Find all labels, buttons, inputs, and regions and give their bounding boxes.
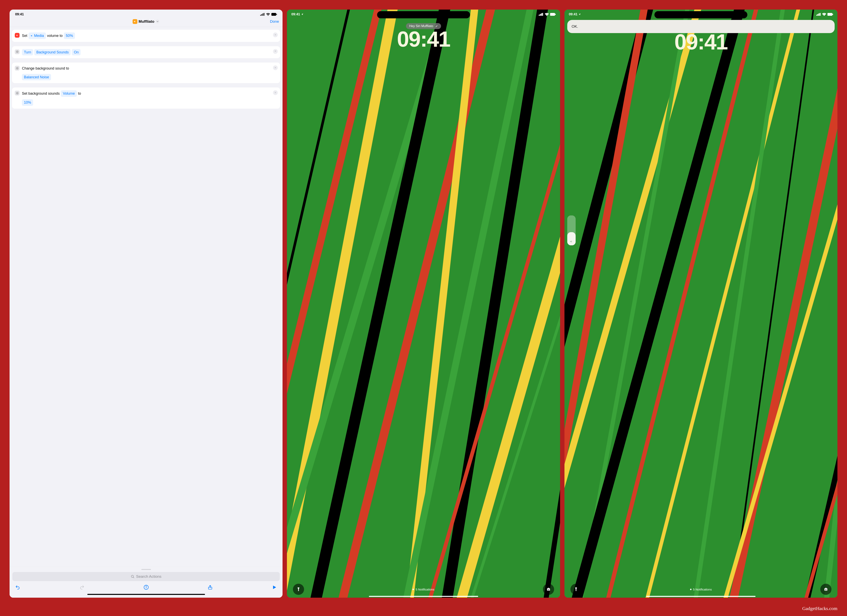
svg-rect-18 xyxy=(539,15,539,16)
wallpaper xyxy=(287,10,560,598)
svg-point-11 xyxy=(17,93,17,93)
delete-action-button[interactable]: × xyxy=(273,65,278,70)
lockscreen-siri: 09:41 Hey Siri Muffliato 09:41 5 Notific… xyxy=(287,10,560,598)
svg-rect-27 xyxy=(819,13,819,16)
share-button[interactable] xyxy=(208,585,213,591)
svg-point-12 xyxy=(131,575,133,577)
svg-rect-2 xyxy=(263,13,263,16)
action-card[interactable]: Change background sound toBalanced Noise… xyxy=(12,63,280,83)
search-icon xyxy=(131,575,134,579)
battery-icon xyxy=(828,13,833,16)
status-time: 09:41 xyxy=(15,12,24,16)
shortcuts-screen: 09:41 Muffliato Done SetMedia xyxy=(10,10,283,598)
svg-rect-30 xyxy=(832,14,833,15)
flashlight-button[interactable] xyxy=(570,584,581,595)
volume-hud[interactable] xyxy=(567,215,575,245)
svg-point-16 xyxy=(146,586,146,587)
camera-button[interactable] xyxy=(820,584,831,595)
home-indicator[interactable] xyxy=(87,594,205,595)
redo-button xyxy=(79,585,84,591)
param-pill[interactable]: Volume xyxy=(61,90,77,97)
svg-point-24 xyxy=(548,589,549,590)
siri-response-card[interactable]: OK. xyxy=(567,20,835,33)
param-pill[interactable]: Background Sounds xyxy=(34,49,71,56)
action-card[interactable]: SetMediavolume to50%× xyxy=(12,30,280,42)
undo-button[interactable] xyxy=(15,585,20,591)
delete-action-button[interactable]: × xyxy=(273,32,278,37)
status-icons xyxy=(260,13,277,16)
location-icon xyxy=(578,13,581,16)
speaker-icon xyxy=(570,240,573,243)
settings-icon xyxy=(15,49,19,54)
svg-rect-4 xyxy=(272,13,276,16)
param-pill[interactable]: 10% xyxy=(22,99,33,106)
battery-icon xyxy=(272,13,277,16)
svg-rect-29 xyxy=(828,13,832,16)
nav-toolbar: Muffliato Done xyxy=(10,17,283,27)
svg-rect-19 xyxy=(540,14,540,16)
action-text: TurnBackground SoundsOn xyxy=(22,49,81,56)
settings-icon xyxy=(15,91,19,96)
notification-count[interactable]: 5 Notifications xyxy=(690,588,712,591)
param-pill[interactable]: On xyxy=(72,49,81,56)
home-indicator[interactable] xyxy=(646,596,756,597)
action-card[interactable]: Set background soundsVolumeto10%× xyxy=(12,87,280,108)
delete-action-button[interactable]: × xyxy=(273,49,278,54)
svg-rect-5 xyxy=(276,14,277,15)
wallpaper xyxy=(564,10,837,598)
done-button[interactable]: Done xyxy=(270,19,279,24)
cellular-icon xyxy=(539,13,543,16)
search-actions-input[interactable]: Search Actions xyxy=(12,572,280,581)
delete-action-button[interactable]: × xyxy=(273,90,278,95)
action-text: Set background soundsVolumeto10% xyxy=(22,90,94,106)
volume-fill xyxy=(567,232,575,245)
notification-count[interactable]: 5 Notifications xyxy=(413,588,434,591)
action-text: SetMediavolume to50% xyxy=(22,32,75,39)
volume-icon xyxy=(15,33,19,38)
actions-list[interactable]: SetMediavolume to50%×TurnBackground Soun… xyxy=(10,27,283,567)
watermark: GadgetHacks.com xyxy=(802,606,837,611)
svg-rect-23 xyxy=(555,14,556,15)
svg-point-9 xyxy=(17,68,17,69)
param-pill[interactable]: Balanced Noise xyxy=(22,74,51,81)
shortcut-title[interactable]: Muffliato xyxy=(29,19,263,24)
svg-rect-25 xyxy=(816,15,817,16)
svg-rect-3 xyxy=(264,13,264,16)
flashlight-button[interactable] xyxy=(293,584,304,595)
lock-clock: 09:41 xyxy=(287,26,560,52)
dynamic-island[interactable] xyxy=(655,11,748,18)
editor-toolbar xyxy=(12,581,280,592)
wifi-icon xyxy=(822,13,826,16)
settings-icon xyxy=(15,66,19,71)
svg-rect-21 xyxy=(542,13,543,16)
wifi-icon xyxy=(545,13,549,16)
home-indicator[interactable] xyxy=(369,596,478,597)
action-card[interactable]: TurnBackground SoundsOn× xyxy=(12,46,280,58)
wifi-icon xyxy=(266,13,270,16)
chevron-down-icon[interactable] xyxy=(155,19,159,24)
param-pill[interactable]: Turn xyxy=(22,49,33,56)
status-bar: 09:41 xyxy=(10,10,283,17)
bottom-sheet[interactable]: Search Actions xyxy=(10,567,283,598)
svg-rect-22 xyxy=(550,13,555,16)
svg-line-13 xyxy=(133,577,134,578)
shortcut-icon xyxy=(133,19,137,24)
camera-button[interactable] xyxy=(543,584,554,595)
svg-rect-28 xyxy=(820,13,820,16)
svg-rect-20 xyxy=(541,13,542,16)
svg-point-7 xyxy=(17,52,17,52)
svg-point-31 xyxy=(825,589,826,590)
param-pill[interactable]: 50% xyxy=(64,32,75,39)
run-button[interactable] xyxy=(272,585,277,591)
lockscreen-response: 09:41 OK. 09:41 5 Notifications xyxy=(564,10,837,598)
cellular-icon xyxy=(260,13,265,16)
svg-rect-26 xyxy=(817,14,818,16)
info-button[interactable] xyxy=(143,585,149,591)
action-text: Change background sound toBalanced Noise xyxy=(22,65,100,80)
svg-rect-0 xyxy=(260,15,261,16)
dynamic-island[interactable] xyxy=(377,11,470,18)
param-pill[interactable]: Media xyxy=(28,32,46,39)
svg-rect-1 xyxy=(261,14,262,16)
location-icon xyxy=(301,13,304,16)
grabber-handle[interactable] xyxy=(142,569,151,570)
